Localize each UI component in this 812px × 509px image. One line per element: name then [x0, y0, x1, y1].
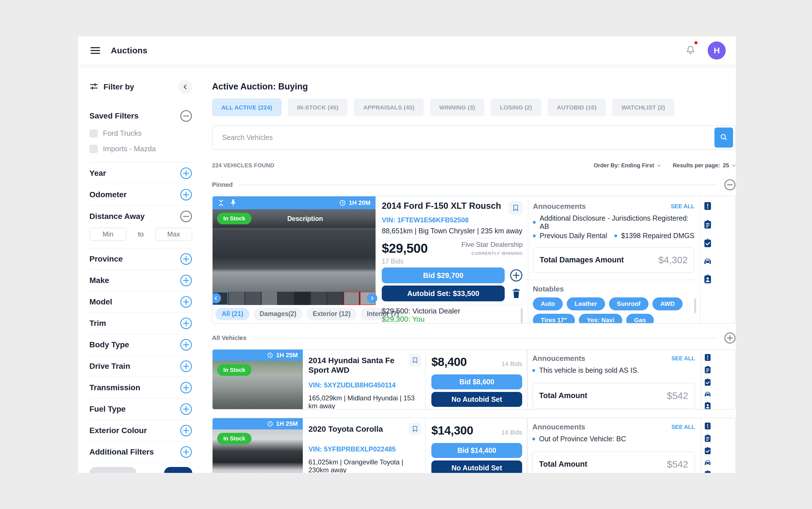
tab-winning[interactable]: WINNING (3): [430, 99, 484, 116]
filter-section-make[interactable]: Make: [89, 270, 192, 292]
thumbnail[interactable]: [311, 292, 327, 305]
results-per-page-dropdown[interactable]: Results per page: 25: [673, 162, 736, 169]
vehicle-photo[interactable]: In Stock: [213, 361, 303, 409]
contact-badge-icon[interactable]: [704, 470, 711, 473]
bid-button[interactable]: Bid $29,700: [382, 268, 505, 283]
filter-section-drive-train[interactable]: Drive Train: [89, 356, 192, 377]
bookmark-button[interactable]: [509, 201, 523, 215]
bookmark-button[interactable]: [409, 423, 421, 435]
inspection-list-icon[interactable]: [703, 219, 712, 229]
vehicle-icon[interactable]: [703, 257, 712, 265]
plus-circle-icon[interactable]: [180, 189, 192, 201]
filter-section-trim[interactable]: Trim: [89, 313, 192, 334]
scrollbar[interactable]: [694, 299, 696, 313]
notable-chip[interactable]: Tires 17": [533, 314, 575, 324]
filter-section-odometer[interactable]: Odometer: [89, 184, 192, 206]
thumbnail[interactable]: [278, 292, 294, 305]
vin-link[interactable]: VIN: 1FTEW1E56KFB52508: [382, 216, 523, 224]
saved-filter-imports-mazda[interactable]: Imports - Mazda: [89, 144, 192, 153]
bid-button[interactable]: Bid $8,600: [431, 374, 522, 389]
report-icon[interactable]: [704, 421, 711, 430]
contact-badge-icon[interactable]: [703, 274, 712, 284]
photo-tab-exterior[interactable]: Exterior (12): [306, 308, 357, 320]
apply-filters-button[interactable]: [164, 467, 192, 473]
filter-section-fuel-type[interactable]: Fuel Type: [89, 399, 192, 420]
minus-circle-icon[interactable]: [180, 210, 192, 223]
bookmark-button[interactable]: [409, 354, 421, 367]
expand-all-vehicles-button[interactable]: [724, 332, 736, 344]
notable-chip[interactable]: Auto: [533, 297, 563, 310]
notable-chip[interactable]: Leather: [567, 297, 605, 310]
vehicle-icon[interactable]: [704, 390, 711, 398]
increase-bid-button[interactable]: [510, 269, 523, 282]
inspection-list-icon[interactable]: [704, 434, 711, 442]
vin-link[interactable]: VIN: 5XYZUDLB8HG450114: [308, 381, 420, 389]
see-all-link[interactable]: SEE ALL: [671, 355, 695, 362]
filter-section-additional-filters[interactable]: Additional Filters: [89, 442, 192, 463]
plus-circle-icon[interactable]: [180, 317, 192, 330]
plus-circle-icon[interactable]: [180, 339, 192, 351]
inspection-list-icon[interactable]: [704, 365, 711, 374]
avatar[interactable]: H: [708, 41, 726, 60]
plus-circle-icon[interactable]: [180, 381, 192, 394]
pin-icon[interactable]: [230, 199, 236, 207]
distance-max-input[interactable]: [155, 228, 192, 241]
plus-circle-icon[interactable]: [180, 296, 192, 308]
contact-badge-icon[interactable]: [704, 402, 711, 410]
thumbnail[interactable]: [262, 292, 277, 305]
checklist-icon[interactable]: [704, 378, 711, 386]
vehicle-photo[interactable]: In Stock Description: [213, 209, 375, 292]
plus-circle-icon[interactable]: [180, 360, 192, 372]
saved-filter-ford-trucks[interactable]: Ford Trucks: [89, 129, 192, 138]
autobid-button[interactable]: Autobid Set: $33,500: [382, 285, 505, 301]
vin-link[interactable]: VIN: 5YFBPRBEXLP022485: [308, 445, 420, 453]
notable-chip[interactable]: Sunroof: [609, 297, 649, 310]
filter-section-province[interactable]: Province: [89, 248, 192, 270]
notable-chip[interactable]: AWD: [653, 297, 682, 310]
notifications-button[interactable]: [686, 44, 695, 57]
bid-button[interactable]: Bid $14,400: [431, 443, 522, 458]
description-link[interactable]: Description: [287, 215, 323, 223]
scrollbar[interactable]: [521, 308, 523, 324]
see-all-link[interactable]: SEE ALL: [671, 203, 694, 210]
plus-circle-icon[interactable]: [180, 274, 192, 287]
autobid-button[interactable]: No Autobid Set: [431, 461, 522, 473]
menu-icon[interactable]: [90, 47, 100, 54]
report-icon[interactable]: [704, 353, 711, 362]
filter-section-year[interactable]: Year: [89, 163, 192, 184]
clear-filters-button[interactable]: [89, 467, 137, 473]
plus-circle-icon[interactable]: [180, 167, 192, 179]
tab-autobid[interactable]: AUTOBID (10): [548, 99, 606, 116]
tab-all-active[interactable]: ALL ACTIVE (224): [212, 99, 282, 116]
vehicle-photo[interactable]: In Stock: [213, 430, 303, 473]
plus-circle-icon[interactable]: [180, 253, 192, 265]
distance-min-input[interactable]: [89, 228, 126, 241]
delete-autobid-button[interactable]: [510, 288, 523, 299]
plus-circle-icon[interactable]: [180, 446, 192, 458]
search-button[interactable]: [714, 128, 733, 147]
photo-tab-all[interactable]: All (21): [215, 308, 250, 320]
thumbnail[interactable]: [294, 292, 310, 305]
thumbnail[interactable]: [229, 292, 245, 305]
filter-section-distance-away[interactable]: Distance Away: [89, 206, 192, 227]
plus-circle-icon[interactable]: [180, 403, 192, 415]
collapse-pinned-button[interactable]: [724, 179, 736, 191]
vehicle-icon[interactable]: [704, 459, 711, 466]
collapse-card-icon[interactable]: [218, 199, 224, 207]
filter-section-transmission[interactable]: Transmission: [89, 377, 192, 399]
plus-circle-icon[interactable]: [180, 425, 192, 437]
tab-in-stock[interactable]: IN-STOCK (45): [288, 99, 348, 116]
notable-chip[interactable]: Gas: [626, 314, 654, 324]
tab-appraisals[interactable]: APPRAISALS (45): [354, 99, 424, 116]
see-all-link[interactable]: SEE ALL: [671, 424, 695, 430]
checkbox[interactable]: [89, 145, 98, 153]
thumbnail-damage[interactable]: [344, 292, 359, 305]
checkbox[interactable]: [89, 129, 98, 138]
thumbnails-next-button[interactable]: [367, 293, 377, 303]
collapse-sidebar-button[interactable]: [178, 80, 192, 94]
filter-section-model[interactable]: Model: [89, 292, 192, 313]
checklist-icon[interactable]: [704, 446, 711, 455]
thumbnail[interactable]: [327, 292, 343, 305]
saved-filters-collapse-button[interactable]: [180, 110, 192, 122]
bid-history[interactable]: $29,500: Victoria Dealer $29,300: You $2…: [382, 307, 523, 324]
